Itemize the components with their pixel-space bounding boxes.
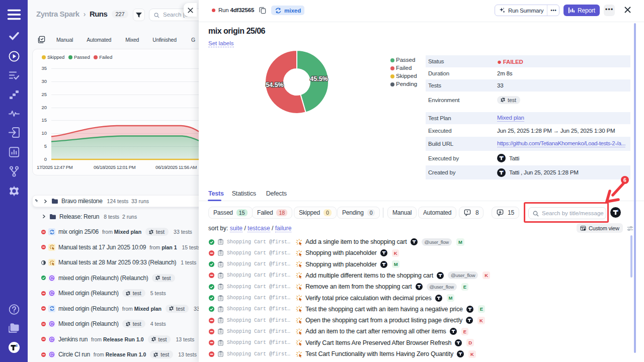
svg-text:45.5%: 45.5% <box>310 75 328 82</box>
svg-text:54.5%: 54.5% <box>266 81 283 88</box>
